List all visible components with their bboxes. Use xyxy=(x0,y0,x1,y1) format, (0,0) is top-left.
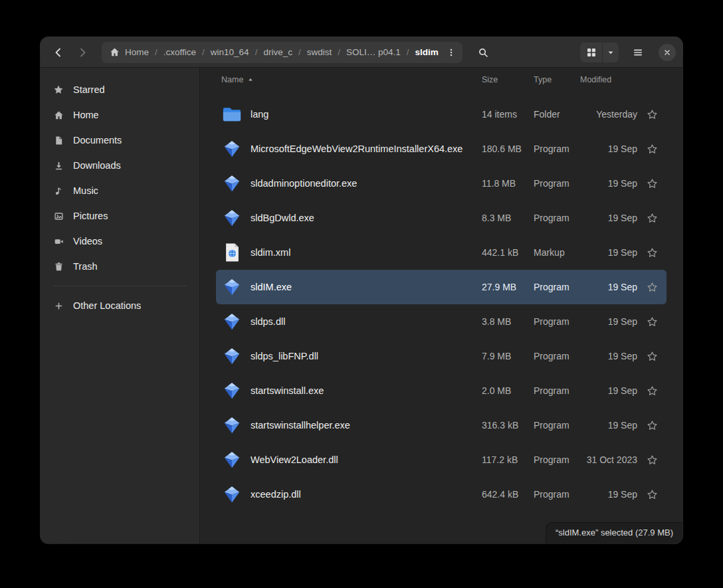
file-modified: 19 Sep xyxy=(580,282,637,292)
star-button[interactable] xyxy=(637,247,667,258)
file-type: Program xyxy=(534,385,580,396)
sort-ascending-icon xyxy=(247,76,254,83)
star-button[interactable] xyxy=(637,282,667,293)
grid-view-button[interactable] xyxy=(580,43,603,62)
star-button[interactable] xyxy=(637,351,667,362)
back-button[interactable] xyxy=(47,41,70,64)
file-name: lang xyxy=(251,109,476,120)
star-button[interactable] xyxy=(637,178,667,189)
breadcrumb-separator: / xyxy=(407,47,409,57)
file-size: 11.8 MB xyxy=(482,178,534,189)
sidebar-item-documents[interactable]: Documents xyxy=(46,128,194,153)
star-button[interactable] xyxy=(637,109,667,120)
breadcrumb-segment[interactable]: win10_64 xyxy=(211,47,249,57)
file-row[interactable]: WebView2Loader.dll117.2 kBProgram31 Oct … xyxy=(216,442,667,477)
file-rows: lang14 itemsFolderYesterdayMicrosoftEdge… xyxy=(216,97,667,512)
view-options-caret-button[interactable] xyxy=(603,43,619,62)
file-size: 3.8 MB xyxy=(482,316,534,327)
star-button[interactable] xyxy=(637,489,667,500)
file-row[interactable]: sldadminoptioneditor.exe11.8 MBProgram19… xyxy=(216,166,667,201)
file-name: WebView2Loader.dll xyxy=(251,454,476,465)
file-name: sldps_libFNP.dll xyxy=(251,351,476,361)
file-name: startswinstallhelper.exe xyxy=(251,420,476,431)
file-row[interactable]: sldps_libFNP.dll7.9 MBProgram19 Sep xyxy=(216,339,667,373)
file-size: 316.3 kB xyxy=(482,420,534,431)
sidebar-item-label: Videos xyxy=(73,236,102,246)
star-button[interactable] xyxy=(637,144,667,155)
column-header-type[interactable]: Type xyxy=(534,75,580,84)
file-name: sldBgDwld.exe xyxy=(251,213,476,223)
breadcrumb-segment[interactable]: drive_c xyxy=(263,47,292,57)
file-size: 7.9 MB xyxy=(482,351,534,361)
breadcrumb-segment[interactable]: Home xyxy=(110,47,149,57)
file-row[interactable]: sldps.dll3.8 MBProgram19 Sep xyxy=(216,304,667,339)
sidebar-item-starred[interactable]: Starred xyxy=(46,77,194,102)
star-icon xyxy=(53,84,64,95)
forward-button[interactable] xyxy=(71,41,94,64)
file-size: 180.6 MB xyxy=(482,144,534,154)
breadcrumb-separator: / xyxy=(202,47,205,57)
file-name: sldps.dll xyxy=(251,316,476,327)
file-type: Program xyxy=(534,489,580,500)
breadcrumb-segment[interactable]: sldim xyxy=(415,47,439,57)
column-header-modified[interactable]: Modified xyxy=(580,75,637,84)
breadcrumb-segment[interactable]: .cxoffice xyxy=(163,47,196,57)
star-button[interactable] xyxy=(637,454,667,466)
breadcrumb-segment[interactable]: SOLI… p04.1 xyxy=(346,47,401,57)
program-icon xyxy=(221,311,243,332)
star-button[interactable] xyxy=(637,385,667,397)
file-size: 27.9 MB xyxy=(482,282,534,292)
file-size: 2.0 MB xyxy=(482,385,534,396)
view-toggle xyxy=(580,43,619,62)
close-button[interactable] xyxy=(659,44,676,61)
file-row[interactable]: startswinstall.exe2.0 MBProgram19 Sep xyxy=(216,373,667,408)
sidebar-item-label: Trash xyxy=(73,261,98,272)
search-icon xyxy=(478,47,488,58)
file-modified: 19 Sep xyxy=(580,213,637,223)
program-icon xyxy=(221,138,243,159)
sidebar-item-trash[interactable]: Trash xyxy=(46,254,194,279)
star-button[interactable] xyxy=(637,316,667,328)
column-header-name[interactable]: Name xyxy=(221,75,482,84)
file-row[interactable]: MicrosoftEdgeWebView2RuntimeInstallerX64… xyxy=(216,132,667,166)
sidebar-item-label: Home xyxy=(73,110,99,120)
file-name: startswinstall.exe xyxy=(251,385,476,396)
column-header-size[interactable]: Size xyxy=(482,75,534,84)
sidebar-item-pictures[interactable]: Pictures xyxy=(46,203,194,229)
file-row[interactable]: startswinstallhelper.exe316.3 kBProgram1… xyxy=(216,408,667,442)
star-button[interactable] xyxy=(637,420,667,431)
breadcrumb-segment[interactable]: swdist xyxy=(307,47,332,57)
search-button[interactable] xyxy=(472,41,494,64)
sidebar-item-videos[interactable]: Videos xyxy=(46,229,194,254)
sidebar-item-other-locations[interactable]: Other Locations xyxy=(46,293,194,318)
file-row[interactable]: lang14 itemsFolderYesterday xyxy=(216,97,667,132)
file-size: 14 items xyxy=(482,109,534,120)
sidebar-item-home[interactable]: Home xyxy=(46,102,194,128)
menu-button[interactable] xyxy=(627,41,649,64)
file-row[interactable]: sldim.xml442.1 kBMarkup19 Sep xyxy=(216,235,667,270)
more-vertical-icon xyxy=(447,48,456,57)
sidebar-item-downloads[interactable]: Downloads xyxy=(46,153,194,178)
file-modified: Yesterday xyxy=(580,109,637,120)
home-icon xyxy=(110,47,120,57)
status-bar: “sldIM.exe” selected (27.9 MB) xyxy=(546,522,682,543)
file-size: 8.3 MB xyxy=(482,213,534,223)
breadcrumb: Home/.cxoffice/win10_64/drive_c/swdist/S… xyxy=(110,47,439,57)
hamburger-menu-icon xyxy=(633,47,643,58)
file-row[interactable]: sldIM.exe27.9 MBProgram19 Sep xyxy=(216,270,667,304)
program-icon xyxy=(221,345,243,367)
program-icon xyxy=(221,276,243,298)
star-button[interactable] xyxy=(637,213,667,224)
file-row[interactable]: sldBgDwld.exe8.3 MBProgram19 Sep xyxy=(216,201,667,235)
sidebar-item-label: Starred xyxy=(73,84,105,95)
column-header-label: Name xyxy=(221,75,243,84)
column-headers: Name Size Type Modified xyxy=(216,68,667,92)
file-modified: 19 Sep xyxy=(580,247,637,258)
sidebar-item-music[interactable]: Music xyxy=(46,178,194,203)
document-icon xyxy=(53,136,64,146)
sidebar-item-label: Documents xyxy=(73,135,122,146)
path-more-button[interactable] xyxy=(443,44,460,61)
caret-down-icon xyxy=(607,49,615,56)
file-type: Program xyxy=(534,316,580,327)
file-row[interactable]: xceedzip.dll642.4 kBProgram19 Sep xyxy=(216,477,667,512)
